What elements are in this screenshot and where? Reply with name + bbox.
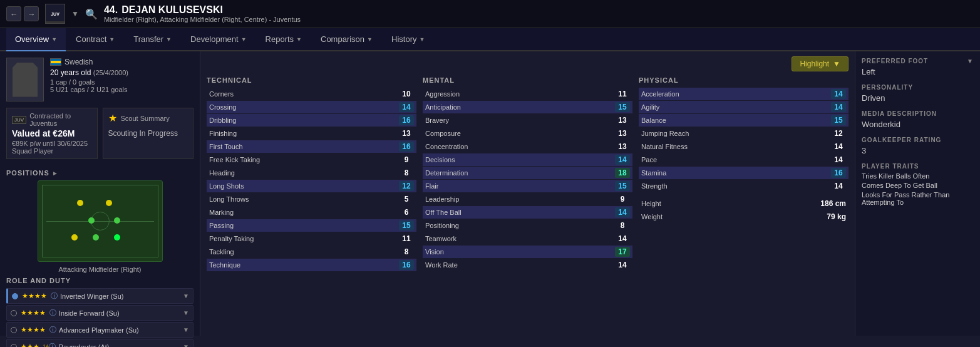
forward-arrow[interactable]: → [24, 6, 39, 21]
attr-free-kick: Free Kick Taking 9 [207, 153, 416, 166]
nav-contract[interactable]: Contract ▼ [67, 28, 123, 51]
back-arrow[interactable]: ← [6, 6, 21, 21]
positions-expand-arrow[interactable]: ► [52, 170, 59, 177]
personality-title: PERSONALITY [862, 84, 974, 91]
juve-badge-small: JUV [12, 116, 26, 124]
attributes-grid: TECHNICAL Corners 10 Crossing 14 Dribbli… [207, 76, 848, 272]
position-dot-2 [106, 200, 112, 206]
gk-rating-value: 3 [862, 146, 974, 155]
role-item-3[interactable]: ★★★½ ⓘ Raumdeuter (At) ▼ [6, 339, 193, 347]
attr-bravery: Bravery 13 [423, 114, 632, 127]
right-panel: PREFERRED FOOT ▼ Left PERSONALITY Driven… [855, 51, 980, 336]
nav-transfer[interactable]: Transfer ▼ [125, 28, 180, 51]
scout-status: Scouting In Progress [108, 129, 178, 138]
nav-comparison[interactable]: Comparison ▼ [312, 28, 381, 51]
position-dot-5 [71, 234, 78, 241]
search-icon[interactable]: 🔍 [85, 8, 98, 20]
role-dropdown-3[interactable]: ▼ [183, 343, 189, 347]
attr-marking: Marking 6 [207, 206, 416, 219]
player-info-section: Swedish 20 years old (25/4/2000) 1 cap /… [6, 58, 193, 101]
age-value: 20 years old [50, 68, 91, 77]
role-info-icon-3: ⓘ [49, 342, 56, 347]
attr-heading: Heading 8 [207, 167, 416, 179]
attr-tackling: Tackling 8 [207, 246, 416, 258]
role-dropdown-2[interactable]: ▼ [183, 326, 189, 333]
role-name-3: Raumdeuter (At) [58, 343, 183, 348]
position-dot-7 [114, 234, 120, 241]
expand-icon[interactable]: ▼ [71, 9, 79, 18]
attr-long-shots: Long Shots 12 [207, 180, 416, 192]
pitch-diagram [38, 180, 163, 262]
positions-header: POSITIONS ► [6, 169, 193, 177]
attr-finishing: Finishing 13 [207, 127, 416, 140]
attr-pace: Pace 14 [639, 153, 848, 166]
role-item-1[interactable]: ★★★★ ⓘ Inside Forward (Su) ▼ [6, 305, 193, 321]
scout-title: Scout Summary [121, 115, 170, 122]
avatar-silhouette [13, 63, 38, 97]
attr-off-the-ball: Off The Ball 14 [423, 206, 632, 219]
attr-first-touch: First Touch 16 [207, 140, 416, 153]
attr-strength: Strength 14 [639, 180, 848, 192]
role-info-icon-2: ⓘ [49, 325, 56, 334]
overview-dropdown-arrow: ▼ [51, 36, 57, 43]
highlight-row: Highlight ▼ [207, 56, 848, 71]
swedish-flag [50, 58, 61, 66]
pitch-label: Attacking Midfielder (Right) [6, 266, 193, 273]
attr-technique: Technique 16 [207, 259, 416, 271]
attr-determination: Determination 18 [423, 167, 632, 179]
attr-corners: Corners 10 [207, 88, 416, 100]
navigation-arrows: ← → [6, 6, 39, 21]
contract-section: JUV Contracted to Juventus Valued at €26… [6, 108, 98, 159]
role-dropdown-1[interactable]: ▼ [183, 309, 189, 316]
attr-work-rate: Work Rate 14 [423, 259, 632, 271]
attr-height: Height 186 cm [639, 197, 848, 210]
attr-anticipation: Anticipation 15 [423, 101, 632, 113]
nav-reports[interactable]: Reports ▼ [257, 28, 311, 51]
player-details: Swedish 20 years old (25/4/2000) 1 cap /… [50, 58, 193, 101]
contracted-label: JUV Contracted to Juventus [12, 112, 92, 127]
scout-section: ★ Scout Summary Scouting In Progress [103, 108, 194, 159]
attr-acceleration: Acceleration 14 [639, 88, 848, 100]
attr-decisions: Decisions 14 [423, 153, 632, 166]
attr-weight: Weight 79 kg [639, 210, 848, 223]
role-item-0[interactable]: ★★★★ ⓘ Inverted Winger (Su) ▼ [6, 288, 193, 304]
squad-status: Squad Player [12, 147, 92, 155]
technical-section: TECHNICAL Corners 10 Crossing 14 Dribbli… [207, 76, 416, 272]
trait-1: Comes Deep To Get Ball [862, 182, 974, 189]
attr-flair: Flair 15 [423, 180, 632, 192]
player-subtitle: Midfielder (Right), Attacking Midfielder… [104, 16, 301, 23]
role-name-0: Inverted Winger (Su) [60, 293, 183, 300]
reports-dropdown-arrow: ▼ [296, 36, 302, 43]
role-dropdown-0[interactable]: ▼ [183, 293, 189, 299]
media-desc-title: MEDIA DESCRIPTION [862, 110, 974, 117]
gk-rating-section: GOALKEEPER RATING 3 [862, 137, 974, 155]
attr-composure: Composure 13 [423, 127, 632, 140]
transfer-dropdown-arrow: ▼ [166, 36, 172, 43]
nav-history[interactable]: History ▼ [383, 28, 433, 51]
mental-section: MENTAL Aggression 11 Anticipation 15 Bra… [423, 76, 632, 272]
position-dot-6 [93, 234, 99, 241]
role-item-2[interactable]: ★★★★ ⓘ Advanced Playmaker (Su) ▼ [6, 322, 193, 338]
technical-title: TECHNICAL [207, 76, 416, 85]
media-desc-value: Wonderkid [862, 120, 974, 129]
nav-overview[interactable]: Overview ▼ [6, 28, 66, 51]
attr-crossing: Crossing 14 [207, 101, 416, 113]
nav-development[interactable]: Development ▼ [182, 28, 255, 51]
role-info-icon-1: ⓘ [49, 308, 56, 318]
player-number: 44. [104, 4, 118, 16]
role-radio-0 [12, 293, 18, 299]
role-radio-1 [11, 310, 17, 316]
role-name-1: Inside Forward (Su) [59, 309, 183, 317]
physical-title: PHYSICAL [639, 76, 848, 85]
comparison-dropdown-arrow: ▼ [367, 36, 373, 43]
attr-passing: Passing 15 [207, 219, 416, 232]
attr-balance: Balance 15 [639, 114, 848, 127]
personality-section: PERSONALITY Driven [862, 84, 974, 103]
attr-long-throws: Long Throws 5 [207, 193, 416, 205]
attr-leadership: Leadership 9 [423, 193, 632, 205]
preferred-foot-expand[interactable]: ▼ [967, 58, 974, 65]
highlight-button[interactable]: Highlight ▼ [792, 56, 848, 71]
physical-stats-block: Height 186 cm Weight 79 kg [639, 197, 848, 223]
pitch-inner [42, 185, 158, 257]
attr-positioning: Positioning 8 [423, 219, 632, 232]
